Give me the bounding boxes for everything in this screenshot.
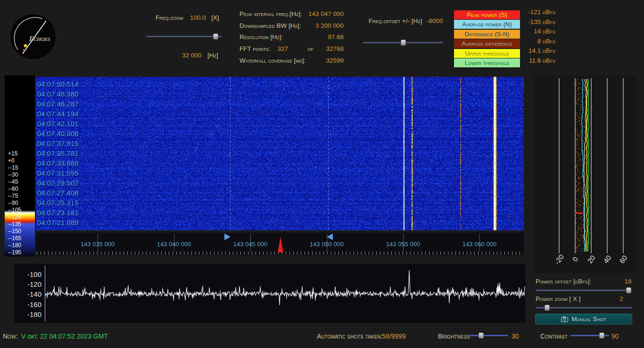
freq-tick-label: 143 045 000 bbox=[222, 241, 279, 248]
contrast-value: 90 bbox=[611, 332, 619, 340]
power-zoom-slider[interactable] bbox=[536, 304, 632, 311]
legend-button-3[interactable]: Difference (S-N) bbox=[454, 30, 520, 39]
waterfall-timestamp: 04:07:48.380 bbox=[37, 90, 79, 98]
power-spectrum-panel: -100-120-140-160-180 bbox=[14, 264, 526, 323]
stat-row: Downsampled BW [Hz]:3 200 000 bbox=[239, 22, 344, 34]
shots-label: Automatic shots taken: bbox=[317, 332, 382, 340]
offset-marker-left-arrow[interactable] bbox=[224, 234, 231, 240]
contrast-slider[interactable] bbox=[570, 332, 609, 339]
stat-value: 32599 bbox=[326, 57, 344, 64]
slider-handle[interactable] bbox=[401, 40, 406, 46]
db-scale-label: --135 bbox=[8, 221, 21, 227]
side-spectrum-panel: -200204060 bbox=[534, 75, 636, 273]
legend-value-2: -135 dBfs bbox=[517, 17, 555, 27]
stat-row: Peak interval freq.[Hz]:143 047 000 bbox=[239, 10, 344, 22]
freq-offset-slider[interactable] bbox=[363, 39, 443, 46]
db-scale-label: --120 bbox=[8, 214, 21, 220]
db-scale-label: --60 bbox=[8, 186, 18, 192]
power-offset-row: Power offset [dBfs]: 16 bbox=[536, 278, 632, 285]
stat-label: Waterfall coverage [ms]: bbox=[239, 57, 305, 64]
freq-span-value: 32 000 bbox=[182, 52, 201, 59]
stats-panel: Peak interval freq.[Hz]:143 047 000Downs… bbox=[239, 10, 344, 68]
waterfall-timestamp: 04:07:25.315 bbox=[37, 199, 79, 207]
manual-shot-label: Manual Shot bbox=[571, 316, 606, 323]
power-zoom-label: Power zoom [ X ] bbox=[536, 295, 581, 302]
legend-buttons: Peak power (S)Average power (N)Differenc… bbox=[454, 10, 520, 68]
slider-handle[interactable] bbox=[626, 287, 631, 293]
db-scale-label: --90 bbox=[8, 200, 18, 206]
legend-value-1: -121 dBfs bbox=[517, 8, 555, 17]
freq-tick-label: 143 055 000 bbox=[375, 241, 431, 248]
power-offset-label: Power offset [dBfs]: bbox=[536, 278, 591, 285]
stat-row: Waterfall coverage [ms]:32599 bbox=[239, 57, 344, 69]
waterfall-timestamp: 04:07:21.089 bbox=[37, 219, 79, 227]
power-zoom-row: Power zoom [ X ] 2 bbox=[536, 295, 632, 303]
contrast-label: Contrast bbox=[540, 332, 568, 340]
waterfall-timestamp: 04:07:35.781 bbox=[37, 149, 79, 157]
spectrum-y-label: -160 bbox=[14, 300, 41, 308]
legend-button-6[interactable]: Lower threshold bbox=[454, 58, 520, 67]
freq-tick-label: 143 060 000 bbox=[451, 241, 508, 248]
freq-zoom-label: Freq.zoom bbox=[156, 14, 183, 21]
stat-value: 327 bbox=[277, 45, 288, 52]
freq-zoom-slider[interactable] bbox=[146, 33, 222, 40]
legend-button-5[interactable]: Upper threshold bbox=[454, 49, 520, 58]
freq-offset-label: Freq.offset +/- [Hz] bbox=[369, 17, 422, 24]
spectrum-y-label: -180 bbox=[14, 310, 41, 318]
legend-value-5: 14.1 dBfs bbox=[517, 46, 555, 56]
legend-values: -121 dBfs-135 dBfs14 dBfs8 dBfs14.1 dBfs… bbox=[517, 8, 555, 66]
now-label: Now: bbox=[3, 332, 17, 340]
stat-value: 143 047 000 bbox=[308, 10, 344, 17]
db-scale-label: --30 bbox=[8, 171, 18, 178]
freq-span-unit: [Hz] bbox=[207, 52, 218, 59]
power-offset-slider[interactable] bbox=[536, 287, 632, 294]
waterfall-timestamp: 04:07:46.287 bbox=[37, 100, 79, 108]
freq-zoom-unit: [X] bbox=[211, 14, 219, 21]
echoes-logo-image: Echoes bbox=[9, 13, 57, 60]
echoes-logo: Echoes bbox=[9, 13, 57, 60]
db-scale-label: --105 bbox=[8, 207, 21, 213]
waterfall-timestamp: 04:07:27.408 bbox=[37, 189, 79, 197]
freq-tick-label: 143 050 000 bbox=[298, 241, 355, 248]
spectrum-y-label: -100 bbox=[14, 270, 41, 278]
waterfall-timestamps: 04:07:50.51404:07:48.38004:07:46.28704:0… bbox=[37, 77, 108, 230]
freq-zoom-value: 100.0 bbox=[190, 14, 206, 21]
freq-tick-label: 143 035 000 bbox=[69, 241, 126, 248]
db-scale-label: --15 bbox=[8, 164, 18, 171]
brightness-slider[interactable] bbox=[469, 332, 508, 339]
slider-groove bbox=[536, 307, 632, 308]
slider-handle[interactable] bbox=[479, 332, 484, 339]
side-spectrum-traces bbox=[534, 75, 636, 273]
echoes-main-window: Echoes Freq.zoom 100.0 [X] 32 000 [Hz] P… bbox=[0, 0, 644, 348]
slider-handle[interactable] bbox=[213, 33, 218, 40]
offset-marker-right-arrow[interactable] bbox=[327, 234, 333, 240]
slider-groove bbox=[146, 36, 222, 37]
legend-button-2[interactable]: Average power (N) bbox=[454, 20, 520, 29]
legend-button-4[interactable]: Average difference bbox=[454, 39, 520, 48]
power-spectrum-trace bbox=[45, 264, 525, 323]
freq-tick-label: 143 040 000 bbox=[146, 241, 202, 248]
camera-icon bbox=[561, 316, 568, 322]
db-scale-label: +0 bbox=[8, 157, 15, 164]
slider-handle[interactable] bbox=[545, 305, 550, 311]
db-scale-label: --45 bbox=[8, 178, 18, 185]
waterfall-timestamp: 04:07:37.915 bbox=[37, 139, 79, 147]
stat-label: Resolution [Hz]: bbox=[239, 33, 283, 40]
stat-label: Downsampled BW [Hz]: bbox=[239, 22, 301, 29]
slider-handle[interactable] bbox=[599, 332, 604, 339]
manual-shot-button[interactable]: Manual Shot bbox=[535, 314, 632, 324]
waterfall-timestamp: 04:07:50.514 bbox=[37, 80, 79, 88]
stat-of: of bbox=[308, 45, 314, 52]
brightness-value: 30 bbox=[512, 332, 519, 340]
waterfall-display[interactable] bbox=[36, 77, 524, 230]
legend-button-1[interactable]: Peak power (S) bbox=[454, 10, 520, 19]
waterfall-timestamp: 04:07:33.688 bbox=[37, 159, 79, 167]
power-zoom-value: 2 bbox=[619, 295, 623, 302]
waterfall-timestamp: 04:07:44.194 bbox=[37, 110, 79, 118]
db-scale-label: --75 bbox=[8, 193, 18, 199]
stat-value-total: 32768 bbox=[326, 45, 344, 52]
db-scale-label: --165 bbox=[8, 235, 21, 242]
stat-label: Peak interval freq.[Hz]: bbox=[239, 10, 302, 17]
waterfall-timestamp: 04:07:31.595 bbox=[37, 169, 79, 177]
shots-value: 58/9999 bbox=[382, 332, 406, 340]
